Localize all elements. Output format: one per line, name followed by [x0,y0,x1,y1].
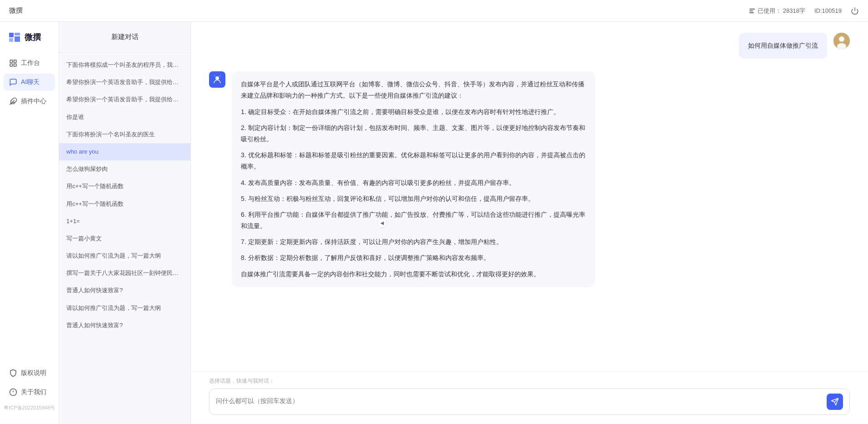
info-icon [9,388,17,396]
chat-list-item[interactable]: 下面你将模拟成一个叫圣友的程序员，我说... [59,56,190,74]
sidebar-item-about[interactable]: 关于我们 [4,384,55,401]
sidebar-item-about-label: 关于我们 [21,388,46,396]
chat-list-item[interactable]: 你是谁 [59,109,190,126]
shield-icon [9,369,17,377]
chat-list-item[interactable]: 希望你扮演一个英语发音助手，我提供给你... [59,91,190,108]
ai-message-content: 自媒体平台是个人或团队通过互联网平台（如博客、微博、微信公众号、抖音、快手等）发… [232,71,595,287]
chat-list-item[interactable]: 1+1= [59,213,190,230]
ai-paragraph: 2. 制定内容计划：制定一份详细的内容计划，包括发布时间、频率、主题、文案、图片… [241,122,586,145]
icp-number: 粤ICP备2022015948号 [4,403,55,415]
ai-paragraph: 8. 分析数据：定期分析数据，了解用户反馈和喜好，以便调整推广策略和内容发布频率… [241,252,586,264]
send-button[interactable] [827,394,843,410]
chat-list-item[interactable]: 撰写一篇关于八大家花园社区一刻钟便民生... [59,264,190,282]
chat-list-item[interactable]: 请以如何推广引流为题，写一篇大纲 [59,299,190,317]
chat-list-item[interactable]: 普通人如何快速致富? [59,317,190,334]
user-avatar [833,33,850,49]
chat-list-item[interactable]: 希望你扮演一个英语发音助手，我提供给你... [59,74,190,91]
sidebar-item-workbench-label: 工作台 [21,59,40,67]
plugin-icon [9,97,17,105]
topbar: 微撰 已使用： 28318字 ID:100519 [0,0,868,22]
svg-rect-0 [749,9,755,10]
ai-paragraph: 3. 优化标题和标签：标题和标签是吸引粉丝的重要因素。优化标题和标签可以让更多的… [241,150,586,172]
ai-paragraph: 6. 利用平台推广功能：自媒体平台都提供了推广功能，如广告投放、付费推广等，可以… [241,209,586,232]
new-chat-button[interactable]: 新建对话 [66,29,183,45]
svg-rect-2 [749,12,754,13]
sidebar-item-plugins-label: 插件中心 [21,97,46,105]
chat-list-item[interactable]: 用c++写一个随机函数 [59,195,190,213]
svg-rect-7 [14,64,16,66]
ai-paragraph: 5. 与粉丝互动：积极与粉丝互动，回复评论和私信，可以增加用户对你的认可和信任，… [241,193,586,205]
chat-main: 如何用自媒体做推广引流 自媒体平台是个人或团队通过互联网平台（如博客、微博、微信… [191,22,868,424]
chat-list-item[interactable]: 用c++写一个随机函数 [59,178,190,195]
user-message-text: 如何用自媒体做推广引流 [748,42,818,49]
sidebar-item-workbench[interactable]: 工作台 [4,55,55,72]
ai-paragraph: 1. 确定目标受众：在开始自媒体推广引流之前，需要明确目标受众是谁，以便在发布内… [241,106,586,118]
topbar-right: 已使用： 28318字 ID:100519 [748,7,859,15]
chat-input-area: 选择话题，快速与我对话： [191,371,868,424]
nav-items: 工作台 AI聊天 插件中心 [0,55,59,364]
ai-paragraph: 自媒体推广引流需要具备一定的内容创作和社交能力，同时也需要不断尝试和优化，才能取… [241,269,586,280]
chat-history-header: 新建对话 [59,22,190,53]
power-icon[interactable] [851,7,859,15]
user-message-row: 如何用自媒体做推广引流 [209,33,850,59]
ai-message-row: 自媒体平台是个人或团队通过互联网平台（如博客、微博、微信公众号、抖音、快手等）发… [209,71,850,287]
chat-list: 下面你将模拟成一个叫圣友的程序员，我说...希望你扮演一个英语发音助手，我提供给… [59,53,190,424]
main-layout: 微撰 工作台 AI聊天 [0,22,868,424]
usage-label: 已使用： [758,7,781,15]
sidebar-item-ai-chat-label: AI聊天 [21,78,40,86]
svg-rect-4 [10,60,12,62]
logo: 微撰 [0,31,59,55]
svg-point-14 [839,36,844,42]
chat-list-item[interactable]: 写一篇小黄文 [59,230,190,247]
svg-rect-6 [10,64,12,66]
ai-paragraph: 4. 发布高质量内容：发布高质量、有价值、有趣的内容可以吸引更多的粉丝，并提高用… [241,177,586,189]
sidebar-item-plugins[interactable]: 插件中心 [4,93,55,110]
svg-rect-5 [14,60,16,62]
sidebar-item-copyright-label: 版权说明 [21,369,46,377]
svg-rect-1 [749,10,753,11]
ai-paragraph: 自媒体平台是个人或团队通过互联网平台（如博客、微博、微信公众号、抖音、快手等）发… [241,79,586,101]
sidebar-item-copyright[interactable]: 版权说明 [4,364,55,382]
user-message-content: 如何用自媒体做推广引流 [739,33,827,59]
left-nav: 微撰 工作台 AI聊天 [0,22,59,424]
chat-list-item[interactable]: 下面你将扮演一个名叫圣友的医生 [59,126,190,143]
chat-list-item[interactable]: 怎么做狗屎炒肉 [59,160,190,178]
collapse-button[interactable]: ◀ [377,218,387,228]
logo-icon [7,31,22,44]
chat-messages: 如何用自媒体做推广引流 自媒体平台是个人或团队通过互联网平台（如博客、微博、微信… [191,22,868,371]
grid-icon [9,59,17,67]
sidebar-item-ai-chat[interactable]: AI聊天 [4,74,55,91]
send-icon [831,398,839,406]
chat-list-item[interactable]: 普通人如何快速致富? [59,282,190,299]
logo-text: 微撰 [25,32,41,43]
quick-topics-label: 选择话题，快速与我对话： [209,377,850,385]
chat-list-item[interactable]: 请以如何推广引流为题，写一篇大纲 [59,247,190,264]
chat-icon [9,78,17,86]
nav-bottom: 版权说明 关于我们 粤ICP备2022015948号 [0,364,59,415]
ai-avatar [209,71,225,88]
svg-point-16 [215,76,219,80]
topbar-title: 微撰 [9,6,23,15]
chat-list-item[interactable]: who are you [59,143,190,160]
chat-input[interactable] [216,396,827,407]
ai-paragraph: 7. 定期更新：定期更新内容，保持活跃度，可以让用户对你的内容产生兴趣，增加用户… [241,236,586,248]
usage-display: 已使用： 28318字 [748,7,805,15]
usage-value: 28318字 [783,7,805,15]
input-box-wrapper [209,389,850,415]
text-icon [748,7,756,15]
chat-history-panel: 新建对话 下面你将模拟成一个叫圣友的程序员，我说...希望你扮演一个英语发音助手… [59,22,191,424]
user-id: ID:100519 [814,7,842,14]
